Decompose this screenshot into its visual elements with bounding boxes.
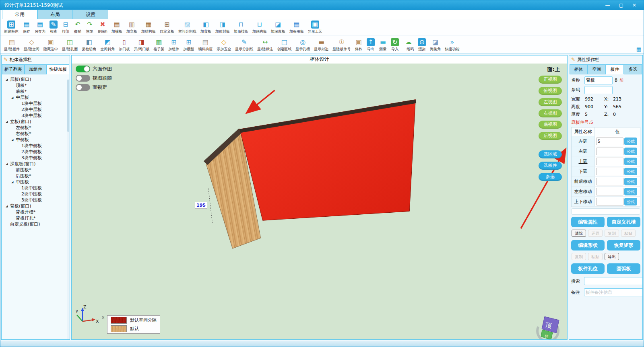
view-button-3[interactable]: 左视图 [539,98,562,106]
formula-button[interactable]: 公式 [624,188,637,195]
edit-shape-button[interactable]: 编辑形状 [571,240,605,250]
export-button[interactable]: ↑导出 [365,38,377,52]
tree-item[interactable]: 底板* [2,88,70,94]
print-button[interactable]: ⊟打印 [60,20,72,35]
formula-button[interactable]: 公式 [624,158,637,165]
panel-holes-button[interactable]: 板件孔位 [571,263,605,274]
add-top-stretcher-button[interactable]: ⊓加顶拉条 [232,20,250,35]
tree-item[interactable]: 前围板* [2,167,70,173]
hide-selected-button[interactable]: ▣隐藏选中 [41,38,60,52]
tree-expander-icon[interactable]: ◢ [11,179,16,185]
view-button-6[interactable]: 后视图 [539,132,562,140]
add-vertical-board-button[interactable]: ▥加立板 [124,20,139,35]
show-hide-dimensions-button[interactable]: ↔显/隐标注 [255,38,275,52]
custom-hole-slot-button[interactable]: 自定义孔槽 [607,217,640,227]
space-bevel-button[interactable]: ◩空间斜角 [98,38,117,52]
attr-value-input[interactable] [596,168,623,175]
add-back-board-button[interactable]: ◧加背板 [198,20,213,35]
name-input[interactable] [584,76,613,84]
formula-button[interactable]: 公式 [624,178,637,185]
add-component-button[interactable]: ⊞加组件 [166,38,181,52]
property-tab-2[interactable]: 空间 [588,64,606,74]
delete-button[interactable]: ✖删除h [96,20,109,35]
attr-value-input[interactable] [596,158,623,165]
check-button[interactable]: ✎检查 [47,20,60,35]
add-depth-board-button[interactable]: ◪加深度板 [269,20,287,35]
custom-board-button[interactable]: ⊞自定义板 [158,20,176,35]
undo-button[interactable]: ↶撤销 [72,20,84,35]
tree-item[interactable]: ◢中层板 [2,94,70,101]
add-kick-board-button[interactable]: ⊔加踢脚板 [250,20,269,35]
export-small-button[interactable]: 导出 [605,253,619,260]
create-region-button[interactable]: □创建区域 [275,38,293,52]
save-as-button[interactable]: ▤另存为 [33,20,47,35]
show-edge-banding-button[interactable]: ▬显示封边 [312,38,330,52]
tree-item[interactable]: 2块中侧板 [2,149,70,155]
select-button-3[interactable]: 多选 [539,173,562,181]
small-button[interactable]: 清除 [572,230,586,237]
arc-panel-button[interactable]: 圆弧板 [607,263,640,274]
tree-item[interactable]: 3块中围板 [2,197,70,203]
new-cabinet-button[interactable]: ⊞新建柜体 [2,20,21,35]
ribbon-grid-icon[interactable]: ▦ [636,46,641,52]
space-divider-button[interactable]: ▨空间分割线 [176,20,198,35]
special-craft-button[interactable]: ▣异形工艺 [306,20,324,35]
tree-expander-icon[interactable]: ◢ [6,161,10,167]
tree-expander-icon[interactable]: ◢ [6,119,10,125]
small-button[interactable]: 复制 [572,253,586,260]
sidebar-tab-2[interactable]: 加组件 [25,64,47,74]
tree-item[interactable]: ◢中围板 [2,179,70,185]
search-input[interactable] [584,277,642,285]
tree-item[interactable]: 3块中侧板 [2,155,70,161]
tree-item[interactable]: 自定义板(窗口) [2,221,70,227]
tree-item[interactable]: ◢背板(窗口) [2,203,70,209]
close-button[interactable]: ✕ [632,0,636,10]
minimize-button[interactable]: — [605,0,610,10]
canvas-3d-viewport[interactable]: Z y X × 顶 前 六面作图视图跟随面锁定 [72,64,567,339]
tree-item[interactable]: 背板打孔* [2,215,70,221]
measure-button[interactable]: ▬测量 [377,38,389,52]
attr-value-input[interactable] [596,198,623,205]
ribbon-tab-3[interactable]: 设置 [73,10,108,19]
tree-expander-icon[interactable]: ◢ [11,137,16,143]
maximize-button[interactable]: ▢ [619,0,623,10]
sidebar-tab-3[interactable]: 快捷加板 [47,64,69,74]
toggle-switch-icon[interactable] [76,75,90,82]
toggle-1[interactable]: 六面作图 [76,66,112,72]
tree-item[interactable]: 2块中围板 [2,191,70,197]
tree-item[interactable]: ◢深度板(窗口) [2,161,70,167]
tree-item[interactable]: 1块中围板 [2,185,70,191]
tree-expander-icon[interactable]: ◢ [11,95,16,101]
tree-item[interactable]: 左侧板* [2,125,70,131]
restore-rectangle-button[interactable]: 恢复矩形 [607,240,640,250]
add-hardware-button[interactable]: ◇添加五金 [215,38,233,52]
tree-expander-icon[interactable]: ◢ [6,77,10,83]
sidebar-scrollbar[interactable] [67,79,70,339]
show-hide-parts-button[interactable]: ▤显/隐板件 [2,38,22,52]
render-button[interactable]: ⊙渲染 [416,38,428,52]
add-model-button[interactable]: ⊞加模型 [181,38,196,52]
formula-strip-input[interactable] [571,208,640,215]
open-close-door-button[interactable]: ◨开/闭门板 [132,38,151,52]
sidebar-scroll-thumb[interactable] [67,80,69,132]
beam-column-corner-cut-button[interactable]: ◧梁柱切角 [80,38,98,52]
view-button-1[interactable]: 正视图 [539,76,562,84]
tree-item[interactable]: ◢立板(窗口) [2,119,70,125]
formula-button[interactable]: 公式 [624,198,637,205]
toggle-switch-icon[interactable] [76,66,90,72]
view-button-4[interactable]: 右视图 [539,109,562,117]
save-button[interactable]: ▤保存 [21,20,33,35]
tree-item[interactable]: 1块中层板 [2,101,70,107]
show-holes-button[interactable]: ◎显示孔槽 [293,38,312,52]
grid-rack-button[interactable]: ▦格子架 [151,38,166,52]
begonia-corner-button[interactable]: ◪海棠角 [428,38,443,52]
show-hide-space-button[interactable]: ◇显/隐空间 [22,38,41,52]
add-structure-board-button[interactable]: ▦加结构板 [139,20,158,35]
attr-value-input[interactable] [596,148,623,155]
small-button[interactable]: 还原 [588,230,603,237]
tree-item[interactable]: 后围板* [2,173,70,179]
small-button[interactable]: 粘贴 [621,230,636,237]
property-tab-1[interactable]: 柜体 [570,64,588,74]
view-button-5[interactable]: 底视图 [539,121,562,129]
select-button-2[interactable]: 选板件 [539,162,562,170]
